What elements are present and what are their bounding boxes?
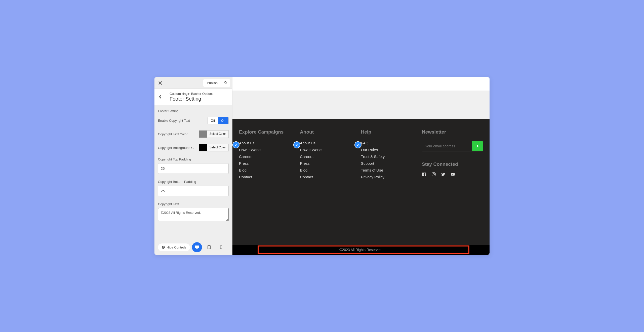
section-label: Footer Setting: [158, 109, 229, 113]
chevron-right-icon: [476, 144, 479, 148]
mobile-icon: [219, 245, 223, 249]
bottom-padding-row: Copyright Bottom Padding: [158, 180, 229, 196]
footer-col-explore: Explore Campaigns About Us How It Works …: [239, 129, 285, 235]
bg-color-picker: Select Color: [199, 144, 229, 151]
edit-widget-button[interactable]: [232, 141, 239, 148]
customizer-window: Publish Customizing ▸ Backer Options Foo…: [154, 77, 490, 255]
footer-link[interactable]: Blog: [239, 168, 285, 172]
stay-connected-title: Stay Connected: [422, 161, 483, 167]
bg-color-row: Copyright Background C Select Color: [158, 144, 229, 151]
svg-rect-1: [195, 245, 199, 248]
footer-link[interactable]: Contact: [239, 175, 285, 179]
footer-link[interactable]: Privacy Policy: [361, 175, 407, 179]
hide-controls-button[interactable]: Hide Controls: [158, 243, 190, 251]
newsletter-submit-button[interactable]: [472, 141, 483, 151]
desktop-icon: [194, 245, 199, 250]
newsletter-title: Newsletter: [422, 129, 483, 135]
back-button[interactable]: [154, 89, 166, 105]
preview-header: [232, 77, 490, 119]
tablet-icon: [207, 245, 211, 250]
preview-pane: Explore Campaigns About Us How It Works …: [232, 77, 490, 255]
enable-copyright-label: Enable Copyright Text: [158, 119, 190, 122]
chevron-left-icon: [159, 95, 162, 99]
copyright-text: ©2023 All Rights Reserved.: [339, 248, 382, 252]
pencil-icon: [356, 143, 359, 146]
copyright-text-input[interactable]: [158, 208, 229, 221]
footer-link[interactable]: Contact: [300, 175, 346, 179]
publish-button[interactable]: Publish: [203, 79, 221, 86]
footer-link[interactable]: Our Rules: [361, 148, 407, 152]
footer-col-help: Help FAQ Our Rules Trust & Safety Suppor…: [361, 129, 407, 235]
text-color-row: Copyright Text Color Select Color: [158, 130, 229, 138]
text-color-label: Copyright Text Color: [158, 132, 188, 136]
bg-color-swatch[interactable]: [199, 144, 207, 151]
breadcrumb-path: Customizing ▸ Backer Options: [170, 92, 229, 96]
bg-color-select-button[interactable]: Select Color: [207, 144, 228, 151]
top-bar: Publish: [154, 77, 232, 89]
footer-col-title: About: [300, 129, 346, 135]
footer-link-list: About Us How It Works Careers Press Blog…: [239, 141, 285, 179]
footer-link[interactable]: About Us: [300, 141, 346, 145]
svg-point-8: [433, 174, 434, 175]
footer-link[interactable]: Careers: [300, 154, 346, 159]
collapse-icon: [162, 245, 165, 249]
footer-link-list: FAQ Our Rules Trust & Safety Support Ter…: [361, 141, 407, 179]
publish-settings-button[interactable]: [221, 79, 230, 87]
newsletter-form: [422, 141, 483, 151]
toggle-off[interactable]: Off: [208, 117, 218, 124]
instagram-icon[interactable]: [431, 172, 436, 177]
tablet-view-button[interactable]: [204, 242, 214, 252]
edit-widget-button[interactable]: [354, 141, 361, 148]
breadcrumb-title: Footer Setting: [170, 96, 229, 102]
bg-color-label: Copyright Background C: [158, 146, 194, 150]
facebook-icon[interactable]: [422, 172, 426, 177]
hide-controls-label: Hide Controls: [167, 245, 186, 249]
copyright-text-row: Copyright Text: [158, 202, 229, 222]
footer-dark: Explore Campaigns About Us How It Works …: [232, 119, 490, 245]
toggle-on[interactable]: On: [218, 117, 228, 124]
breadcrumb-content: Customizing ▸ Backer Options Footer Sett…: [166, 89, 232, 105]
mobile-view-button[interactable]: [216, 242, 226, 252]
footer-link[interactable]: About Us: [239, 141, 285, 145]
footer-link[interactable]: Support: [361, 161, 407, 165]
text-color-select-button[interactable]: Select Color: [207, 131, 228, 138]
footer-col-about: About About Us How It Works Careers Pres…: [300, 129, 346, 235]
footer-link-list: About Us How It Works Careers Press Blog…: [300, 141, 346, 179]
footer-col-title: Help: [361, 129, 407, 135]
preview-header-inner: [232, 77, 490, 91]
footer-link[interactable]: How It Works: [300, 148, 346, 152]
footer-link[interactable]: Trust & Safety: [361, 154, 407, 159]
text-color-picker: Select Color: [199, 130, 229, 138]
enable-copyright-toggle: Off On: [208, 117, 229, 124]
svg-point-0: [162, 246, 165, 249]
footer-link[interactable]: Terms of Use: [361, 168, 407, 172]
publish-area: Publish: [203, 79, 230, 87]
copyright-text-label: Copyright Text: [158, 202, 229, 206]
bottom-padding-label: Copyright Bottom Padding: [158, 180, 229, 184]
copyright-bar: ©2023 All Rights Reserved.: [232, 245, 490, 255]
gear-icon: [224, 81, 227, 84]
footer-col-newsletter: Newsletter Stay Connected: [422, 129, 483, 235]
twitter-icon[interactable]: [441, 172, 446, 177]
footer-link[interactable]: Careers: [239, 154, 285, 159]
footer-link[interactable]: How It Works: [239, 148, 285, 152]
footer-link[interactable]: Blog: [300, 168, 346, 172]
enable-copyright-row: Enable Copyright Text Off On: [158, 117, 229, 124]
close-button[interactable]: [154, 77, 166, 89]
footer-link[interactable]: FAQ: [361, 141, 407, 145]
svg-point-9: [435, 173, 435, 174]
svg-rect-2: [196, 248, 197, 249]
settings-body[interactable]: Footer Setting Enable Copyright Text Off…: [154, 105, 232, 240]
top-padding-input[interactable]: [158, 163, 229, 174]
bottom-padding-input[interactable]: [158, 186, 229, 196]
close-icon: [158, 81, 162, 85]
youtube-icon[interactable]: [451, 172, 455, 177]
footer-link[interactable]: Press: [239, 161, 285, 165]
desktop-view-button[interactable]: [192, 242, 202, 252]
text-color-swatch[interactable]: [199, 131, 207, 138]
edit-widget-button[interactable]: [293, 141, 300, 148]
footer-col-title: Explore Campaigns: [239, 129, 285, 135]
footer-link[interactable]: Press: [300, 161, 346, 165]
customizer-sidebar: Publish Customizing ▸ Backer Options Foo…: [154, 77, 232, 255]
newsletter-email-input[interactable]: [422, 141, 472, 151]
